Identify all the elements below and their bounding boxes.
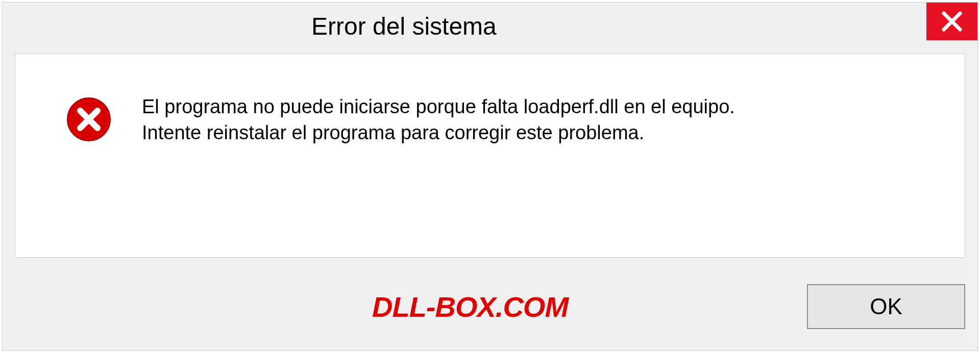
- close-button[interactable]: [926, 3, 977, 40]
- error-icon: [66, 97, 111, 142]
- dialog-title: Error del sistema: [311, 12, 497, 40]
- close-icon: [941, 10, 963, 33]
- error-message: El programa no puede iniciarse porque fa…: [142, 94, 735, 146]
- error-dialog: Error del sistema El programa no puede i…: [2, 2, 978, 351]
- message-line-2: Intente reinstalar el programa para corr…: [142, 120, 735, 146]
- watermark-text: DLL-BOX.COM: [372, 290, 568, 323]
- ok-button[interactable]: OK: [807, 284, 965, 329]
- content-panel: El programa no puede iniciarse porque fa…: [15, 54, 965, 258]
- footer: DLL-BOX.COM OK: [3, 263, 977, 350]
- content-inner: El programa no puede iniciarse porque fa…: [15, 54, 965, 146]
- message-line-1: El programa no puede iniciarse porque fa…: [142, 94, 735, 120]
- titlebar: Error del sistema: [3, 3, 977, 49]
- ok-button-label: OK: [870, 294, 902, 319]
